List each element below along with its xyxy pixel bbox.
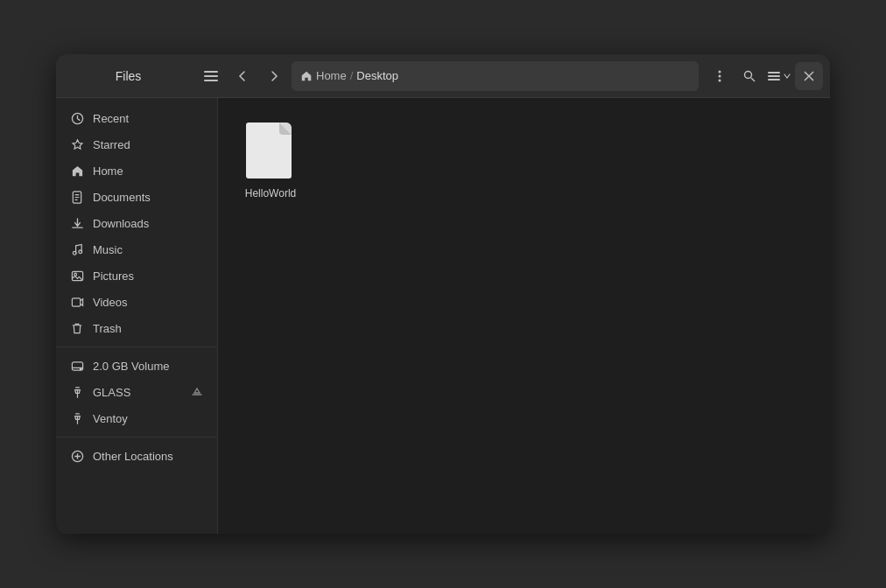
svg-rect-10 [768, 79, 780, 80]
file-paper [246, 122, 292, 178]
svg-rect-1 [204, 75, 218, 77]
file-area: HelloWorld [218, 98, 830, 534]
home-breadcrumb-icon [300, 70, 313, 82]
sidebar: Recent Starred Home [56, 98, 218, 534]
sidebar-item-label-downloads: Downloads [93, 217, 149, 230]
breadcrumb-current: Desktop [356, 69, 398, 82]
eject-button-glass[interactable] [191, 386, 203, 398]
trash-icon [70, 321, 84, 335]
sidebar-item-recent[interactable]: Recent [56, 105, 217, 131]
svg-point-4 [719, 74, 721, 77]
breadcrumb-bar: Home / Desktop [292, 61, 699, 91]
svg-point-5 [719, 79, 721, 81]
usb-glass-icon [70, 385, 84, 399]
sidebar-item-glass[interactable]: GLASS [56, 379, 217, 405]
svg-rect-0 [204, 71, 218, 73]
files-window: Files Home [56, 54, 830, 534]
sidebar-item-ventoy[interactable]: Ventoy [56, 405, 217, 431]
sidebar-item-downloads[interactable]: Downloads [56, 210, 217, 236]
close-button[interactable] [795, 62, 823, 90]
sidebar-item-label-glass: GLASS [93, 386, 130, 399]
forward-icon [267, 69, 281, 83]
breadcrumb-home-label: Home [316, 69, 347, 82]
sidebar-item-volume-2gb[interactable]: 2.0 GB Volume [56, 353, 217, 379]
view-options-button[interactable] [765, 62, 793, 90]
music-icon [70, 242, 84, 256]
sidebar-item-label-recent: Recent [93, 112, 129, 125]
more-options-button[interactable] [706, 62, 734, 90]
toolbar-right [706, 62, 823, 90]
svg-point-18 [73, 251, 76, 255]
sidebar-item-label-videos: Videos [93, 296, 128, 309]
sidebar-item-videos[interactable]: Videos [56, 289, 217, 315]
sidebar-item-music[interactable]: Music [56, 236, 217, 262]
sidebar-item-home[interactable]: Home [56, 158, 217, 184]
toolbar: Files Home [56, 54, 830, 98]
sidebar-item-starred[interactable]: Starred [56, 131, 217, 158]
file-icon-helloworld [246, 122, 295, 182]
sidebar-item-label-trash: Trash [93, 322, 122, 335]
sidebar-item-label-volume: 2.0 GB Volume [93, 360, 169, 373]
home-icon [70, 164, 84, 178]
search-icon [742, 69, 756, 83]
sidebar-item-pictures[interactable]: Pictures [56, 262, 217, 289]
more-options-icon [713, 69, 727, 83]
sidebar-item-label-starred: Starred [93, 138, 130, 151]
sidebar-divider-1 [56, 346, 217, 347]
hamburger-icon [204, 69, 218, 83]
search-button[interactable] [735, 62, 763, 90]
sidebar-item-trash[interactable]: Trash [56, 315, 217, 341]
svg-rect-9 [768, 75, 780, 77]
back-button[interactable] [229, 62, 257, 90]
videos-icon [70, 295, 84, 309]
back-icon [236, 69, 250, 83]
hamburger-button[interactable] [197, 62, 225, 90]
close-icon [804, 71, 814, 81]
svg-rect-2 [204, 80, 218, 81]
sidebar-item-label-music: Music [93, 243, 123, 256]
forward-button[interactable] [260, 62, 288, 90]
star-icon [70, 137, 84, 151]
sidebar-item-label-pictures: Pictures [93, 270, 134, 283]
usb-ventoy-icon [70, 411, 84, 425]
breadcrumb-separator: / [350, 69, 354, 82]
downloads-icon [70, 216, 84, 230]
file-name-helloworld: HelloWorld [245, 187, 296, 201]
toolbar-left: Files [63, 62, 225, 90]
svg-point-19 [78, 249, 81, 253]
svg-point-21 [74, 273, 76, 276]
sidebar-divider-2 [56, 437, 217, 438]
drive-icon [70, 359, 84, 373]
file-item-helloworld[interactable]: HelloWorld [236, 116, 306, 208]
chevron-down-icon [783, 72, 791, 80]
svg-rect-8 [768, 72, 780, 74]
pictures-icon [70, 269, 84, 283]
sidebar-item-documents[interactable]: Documents [56, 184, 217, 210]
list-view-icon [767, 69, 781, 83]
sidebar-item-other-locations[interactable]: Other Locations [56, 443, 217, 469]
svg-point-6 [745, 71, 752, 78]
other-locations-icon [70, 449, 84, 463]
sidebar-item-label-home: Home [93, 164, 123, 178]
svg-rect-22 [72, 298, 80, 305]
svg-point-25 [80, 368, 81, 369]
documents-icon [70, 190, 84, 204]
svg-line-7 [751, 78, 755, 81]
app-title: Files [63, 69, 193, 83]
svg-point-3 [719, 70, 721, 73]
sidebar-item-label-other: Other Locations [93, 450, 173, 463]
sidebar-item-label-ventoy: Ventoy [93, 412, 128, 425]
breadcrumb-home[interactable]: Home [300, 69, 347, 82]
sidebar-item-label-documents: Documents [93, 191, 151, 204]
recent-icon [70, 111, 84, 125]
main-content: Recent Starred Home [56, 98, 830, 534]
